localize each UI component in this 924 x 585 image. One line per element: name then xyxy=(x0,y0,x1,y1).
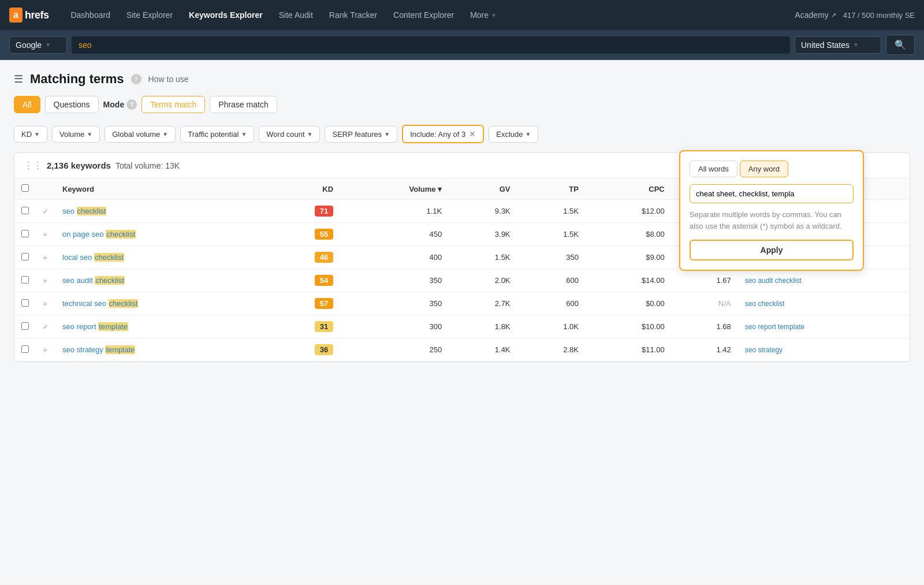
row-keyword[interactable]: on page seo checklist xyxy=(55,223,264,246)
plus-icon[interactable]: + xyxy=(43,253,47,262)
include-keywords-input[interactable] xyxy=(690,184,854,203)
th-tp[interactable]: TP xyxy=(517,178,586,200)
tab-all[interactable]: All xyxy=(14,96,40,113)
keyword-highlighted-text: checklist xyxy=(94,253,124,262)
traffic-potential-filter[interactable]: Traffic potential ▼ xyxy=(180,126,254,143)
row-checkbox[interactable] xyxy=(14,292,36,315)
row-keyword[interactable]: seo audit checklist xyxy=(55,269,264,292)
row-serp[interactable]: seo strategy xyxy=(738,338,910,362)
row-serp[interactable]: seo report template xyxy=(738,315,910,338)
word-count-chevron-icon: ▼ xyxy=(307,131,313,137)
keyword-link[interactable]: seo report template xyxy=(62,322,128,331)
row-serp[interactable]: seo audit checklist xyxy=(738,269,910,292)
drag-handle-icon[interactable]: ⋮⋮ xyxy=(24,160,42,171)
engine-selector[interactable]: Google ▼ xyxy=(9,36,67,54)
row-serp[interactable]: seo checklist xyxy=(738,292,910,315)
row-checkbox[interactable] xyxy=(14,315,36,338)
how-to-use-link[interactable]: How to use xyxy=(148,74,189,84)
keyword-input[interactable] xyxy=(72,36,790,54)
any-word-button[interactable]: Any word xyxy=(740,161,788,177)
country-selector[interactable]: United States ▼ xyxy=(795,36,881,54)
row-action[interactable]: ✓ xyxy=(36,200,55,223)
plus-icon[interactable]: + xyxy=(43,299,47,308)
total-volume: Total volume: 13K xyxy=(116,161,180,170)
serp-link[interactable]: seo checklist xyxy=(745,300,785,308)
row-cpc: $9.00 xyxy=(586,246,672,269)
row-volume: 1.1K xyxy=(340,200,449,223)
nav-more[interactable]: More ▼ xyxy=(462,0,505,30)
row-action[interactable]: + xyxy=(36,223,55,246)
serp-features-filter[interactable]: SERP features ▼ xyxy=(325,126,397,143)
plus-icon[interactable]: + xyxy=(43,230,47,239)
nav-content-explorer[interactable]: Content Explorer xyxy=(385,0,462,30)
nav-dashboard[interactable]: Dashboard xyxy=(62,0,118,30)
kd-filter[interactable]: KD ▼ xyxy=(14,126,47,143)
row-keyword[interactable]: seo strategy template xyxy=(55,338,264,362)
search-button[interactable]: 🔍 xyxy=(886,35,915,55)
keyword-link[interactable]: seo audit checklist xyxy=(62,276,125,285)
row-c: N/A xyxy=(672,292,738,315)
keyword-link[interactable]: technical seo checklist xyxy=(62,299,138,308)
nav-keywords-explorer[interactable]: Keywords Explorer xyxy=(181,0,271,30)
th-volume[interactable]: Volume ▾ xyxy=(340,178,449,200)
keyword-link[interactable]: seo checklist xyxy=(62,207,106,215)
word-count-filter[interactable]: Word count ▼ xyxy=(259,126,320,143)
logo[interactable]: a hrefs xyxy=(9,8,49,23)
external-link-icon: ↗ xyxy=(831,12,836,19)
row-cpc: $12.00 xyxy=(586,200,672,223)
nav-academy[interactable]: Academy ↗ xyxy=(795,10,836,20)
nav-rank-tracker[interactable]: Rank Tracker xyxy=(321,0,385,30)
row-cpc: $10.00 xyxy=(586,315,672,338)
row-checkbox[interactable] xyxy=(14,200,36,223)
nav-site-audit[interactable]: Site Audit xyxy=(271,0,321,30)
serp-link[interactable]: seo audit checklist xyxy=(745,277,802,285)
row-keyword[interactable]: local seo checklist xyxy=(55,246,264,269)
page-header: ☰ Matching terms ? How to use xyxy=(14,72,910,87)
th-keyword[interactable]: Keyword xyxy=(55,178,264,200)
row-checkbox[interactable] xyxy=(14,269,36,292)
include-filter[interactable]: Include: Any of 3 ✕ xyxy=(402,125,484,143)
th-gv[interactable]: GV xyxy=(449,178,517,200)
row-action[interactable]: + xyxy=(36,246,55,269)
help-icon[interactable]: ? xyxy=(131,74,141,84)
kd-badge: 55 xyxy=(315,229,333,240)
row-checkbox[interactable] xyxy=(14,246,36,269)
exclude-filter[interactable]: Exclude ▼ xyxy=(489,126,538,143)
row-action[interactable]: ✓ xyxy=(36,315,55,338)
row-keyword[interactable]: seo report template xyxy=(55,315,264,338)
global-volume-chevron-icon: ▼ xyxy=(162,131,168,137)
th-cpc[interactable]: CPC xyxy=(586,178,672,200)
row-c: 1.68 xyxy=(672,315,738,338)
serp-link[interactable]: seo report template xyxy=(745,323,804,331)
row-action[interactable]: + xyxy=(36,338,55,362)
row-checkbox[interactable] xyxy=(14,338,36,362)
row-keyword[interactable]: technical seo checklist xyxy=(55,292,264,315)
th-kd[interactable]: KD xyxy=(264,178,340,200)
select-all-checkbox[interactable] xyxy=(14,178,36,200)
row-action[interactable]: + xyxy=(36,292,55,315)
mode-help-icon[interactable]: ? xyxy=(126,99,137,110)
tab-terms-match[interactable]: Terms match xyxy=(141,96,205,113)
keyword-link[interactable]: seo strategy template xyxy=(62,345,135,354)
apply-button[interactable]: Apply xyxy=(690,240,854,260)
include-close-icon[interactable]: ✕ xyxy=(469,129,476,139)
tab-phrase-match[interactable]: Phrase match xyxy=(210,96,277,113)
plus-icon[interactable]: + xyxy=(43,345,47,355)
serp-link[interactable]: seo strategy xyxy=(745,346,783,354)
row-action[interactable]: + xyxy=(36,269,55,292)
tab-questions[interactable]: Questions xyxy=(45,96,99,113)
more-chevron-icon: ▼ xyxy=(491,12,497,18)
nav-site-explorer[interactable]: Site Explorer xyxy=(118,0,181,30)
volume-filter[interactable]: Volume ▼ xyxy=(52,126,100,143)
row-tp: 600 xyxy=(517,269,586,292)
row-checkbox[interactable] xyxy=(14,223,36,246)
row-keyword[interactable]: seo checklist xyxy=(55,200,264,223)
row-cpc: $14.00 xyxy=(586,269,672,292)
keyword-link[interactable]: on page seo checklist xyxy=(62,230,136,239)
plus-icon[interactable]: + xyxy=(43,276,47,285)
global-volume-filter[interactable]: Global volume ▼ xyxy=(105,126,176,143)
hamburger-icon[interactable]: ☰ xyxy=(14,73,23,85)
keyword-link[interactable]: local seo checklist xyxy=(62,253,124,262)
row-volume: 450 xyxy=(340,223,449,246)
all-words-button[interactable]: All words xyxy=(690,161,737,177)
